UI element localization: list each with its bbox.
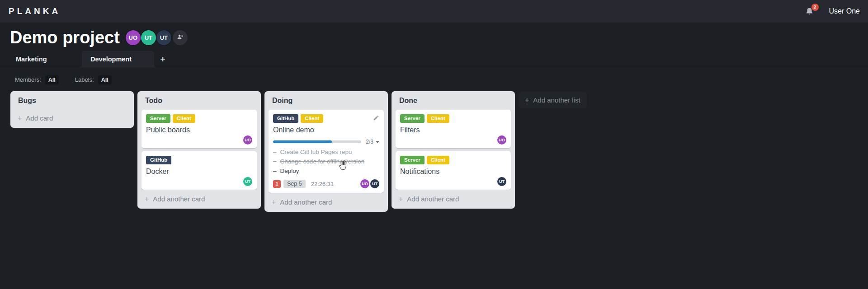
plus-icon: + [525,97,529,104]
list-title[interactable]: Bugs [14,95,130,110]
member-avatar-ut[interactable]: UT [156,30,171,45]
list-bugs: Bugs+Add card [10,91,134,128]
project-members: UOUTUT [125,30,171,45]
notifications-button[interactable]: 2 [805,6,815,17]
tab-label: Marketing [16,56,47,63]
label-server: Server [400,114,425,123]
card-labels: ServerClient [146,114,252,123]
add-card-label: Add card [26,114,53,122]
card-public-boards[interactable]: ServerClientPublic boardsUO [142,110,257,148]
add-card-button[interactable]: +Add another card [396,190,511,204]
card-members: UO [400,135,506,144]
card-labels: ServerClient [400,155,506,164]
user-menu[interactable]: User One [829,7,860,15]
member-avatar-ut[interactable]: UT [141,30,156,45]
add-list-label: Add another list [533,96,580,104]
card-title: Notifications [400,168,506,176]
card-labels: GitHubClient [273,114,379,123]
board-tabs: MarketingDevelopment+ [0,51,868,67]
progress-fill [273,140,332,143]
card-labels: GitHub [146,155,252,164]
list-doing: DoingGitHubClientOnline demo2/3Create Gi… [264,91,388,212]
list-title[interactable]: Doing [269,95,384,110]
member-avatar-ut[interactable]: UT [370,179,379,188]
tasks-count: 2/3 [366,139,373,145]
add-card-button[interactable]: +Add card [14,110,130,123]
list-done: DoneServerClientFiltersUOServerClientNot… [392,91,515,209]
task-list: Create GitHub Pages repoChange code for … [273,147,379,176]
add-card-label: Add another card [407,195,459,203]
member-avatar-ut[interactable]: UT [243,177,252,186]
person-add-icon [176,33,184,42]
member-avatar-uo[interactable]: UO [497,135,506,144]
list-todo: TodoServerClientPublic boardsUOGitHubDoc… [137,91,261,209]
notification-count-badge: 2 [811,4,819,11]
board: Bugs+Add cardTodoServerClientPublic boar… [0,91,868,212]
due-date-badge[interactable]: Sep 5 [283,180,306,188]
members-filter: Members:All [15,76,59,83]
edit-card-button[interactable] [373,115,379,121]
card-title: Public boards [146,126,252,134]
card-members: UT [146,177,252,186]
card-notifications[interactable]: ServerClientNotificationsUT [396,151,511,190]
card-notification-badge: 1 [273,180,281,188]
card-badges: 1Sep 522:26:31UOUT [273,179,379,189]
plus-icon: + [399,196,403,203]
labels-filter-value[interactable]: All [98,75,112,84]
add-card-button[interactable]: +Add another card [142,190,257,204]
label-client: Client [301,114,323,123]
card-members: UO [146,135,252,144]
progress-bar [273,140,361,143]
card-title: Online demo [273,126,379,134]
label-server: Server [400,156,425,164]
pencil-icon [373,115,379,122]
card-docker[interactable]: GitHubDockerUT [142,151,257,190]
plus-icon: + [145,196,149,203]
topbar: PLANKA 2 User One [0,0,868,23]
labels-filter-label: Labels: [75,76,94,83]
member-avatar-uo[interactable]: UO [360,179,369,188]
card-members: UT [400,177,506,186]
tab-label: Development [90,56,132,63]
project-header: Demo project UOUTUT [10,28,868,47]
add-card-label: Add another card [153,195,205,203]
plus-icon: + [18,115,22,122]
labels-filter: Labels:All [75,76,112,83]
cards-container: ServerClientFiltersUOServerClientNotific… [396,110,511,190]
task-item: Deploy [273,166,379,176]
card-online-demo[interactable]: GitHubClientOnline demo2/3Create GitHub … [269,110,384,193]
filter-bar: Members:All Labels:All [15,76,868,83]
card-filters[interactable]: ServerClientFiltersUO [396,110,511,148]
members-filter-value[interactable]: All [45,75,59,84]
label-client: Client [173,114,195,123]
project-title[interactable]: Demo project [10,28,120,47]
tasks-summary[interactable]: 2/3 [366,139,379,145]
add-list-button[interactable]: + Add another list [519,92,587,108]
tab-marketing[interactable]: Marketing [9,51,82,67]
member-avatar-ut[interactable]: UT [497,177,506,186]
task-item: Change code for offline version [273,157,379,166]
tab-development[interactable]: Development [82,51,154,67]
add-card-button[interactable]: +Add another card [269,193,384,207]
label-server: Server [146,114,170,123]
cards-container: GitHubClientOnline demo2/3Create GitHub … [269,110,384,193]
label-github: GitHub [273,114,298,123]
add-board-button[interactable]: + [154,51,171,67]
chevron-down-icon [376,141,379,143]
member-avatar-uo[interactable]: UO [243,135,252,144]
plus-icon: + [272,199,276,206]
label-client: Client [427,156,449,164]
members-filter-label: Members: [15,76,41,83]
list-title[interactable]: Todo [142,95,257,110]
list-title[interactable]: Done [396,95,511,110]
cards-container: ServerClientPublic boardsUOGitHubDockerU… [142,110,257,190]
add-member-button[interactable] [173,30,188,45]
card-title: Filters [400,126,506,134]
label-github: GitHub [146,156,171,164]
stopwatch-badge[interactable]: 22:26:31 [311,181,334,187]
member-avatar-uo[interactable]: UO [126,30,141,45]
planka-logo[interactable]: PLANKA [9,6,61,16]
label-client: Client [427,114,449,123]
tasks-progress: 2/3 [273,139,379,145]
card-labels: ServerClient [400,114,506,123]
